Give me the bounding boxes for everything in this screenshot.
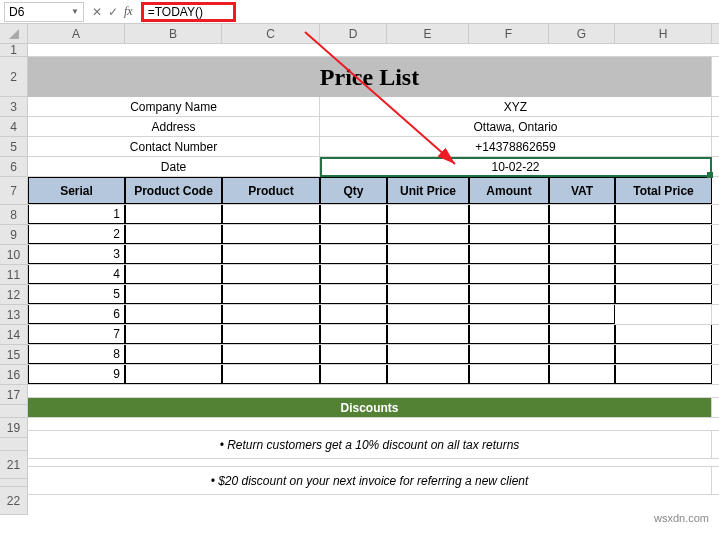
row-header[interactable]: 11 — [0, 265, 28, 285]
row-header[interactable] — [0, 438, 28, 451]
col-header-g[interactable]: G — [549, 24, 615, 43]
serial-cell[interactable]: 4 — [28, 265, 125, 284]
data-cell[interactable] — [125, 225, 222, 244]
row-header[interactable]: 14 — [0, 325, 28, 345]
data-cell[interactable] — [549, 365, 615, 384]
serial-cell[interactable]: 7 — [28, 325, 125, 344]
th-vat[interactable]: VAT — [549, 177, 615, 204]
cancel-icon[interactable]: ✕ — [92, 5, 102, 19]
th-product[interactable]: Product — [222, 177, 320, 204]
value-address[interactable]: Ottawa, Ontario — [320, 117, 712, 136]
data-cell[interactable] — [549, 225, 615, 244]
data-cell[interactable] — [469, 365, 549, 384]
discounts-header[interactable]: Discounts — [28, 398, 712, 417]
data-cell[interactable] — [222, 305, 320, 324]
value-date[interactable]: 10-02-22 — [320, 157, 712, 176]
value-contact[interactable]: +14378862659 — [320, 137, 712, 156]
row-header[interactable]: 4 — [0, 117, 28, 137]
data-cell[interactable] — [320, 305, 387, 324]
cells-area[interactable]: Price List Company Name XYZ Address Otta… — [28, 44, 719, 515]
data-cell[interactable] — [125, 365, 222, 384]
serial-cell[interactable]: 9 — [28, 365, 125, 384]
row-header[interactable]: 15 — [0, 345, 28, 365]
data-cell[interactable] — [320, 345, 387, 364]
data-cell[interactable] — [125, 325, 222, 344]
row-header[interactable]: 6 — [0, 157, 28, 177]
data-cell[interactable] — [469, 305, 549, 324]
name-box[interactable]: D6 ▼ — [4, 2, 84, 22]
data-cell[interactable] — [549, 285, 615, 304]
data-cell[interactable] — [320, 225, 387, 244]
data-cell[interactable] — [549, 325, 615, 344]
row-header[interactable]: 19 — [0, 418, 28, 438]
data-cell[interactable] — [615, 265, 712, 284]
row-header[interactable]: 9 — [0, 225, 28, 245]
data-cell[interactable] — [222, 285, 320, 304]
data-cell[interactable] — [222, 345, 320, 364]
row-header[interactable]: 1 — [0, 44, 28, 57]
title-cell[interactable]: Price List — [28, 57, 712, 97]
data-cell[interactable] — [387, 325, 469, 344]
data-cell[interactable] — [615, 345, 712, 364]
serial-cell[interactable]: 5 — [28, 285, 125, 304]
row-header[interactable]: 7 — [0, 177, 28, 205]
data-cell[interactable] — [222, 205, 320, 224]
data-cell[interactable] — [125, 245, 222, 264]
data-cell[interactable] — [469, 245, 549, 264]
col-header-b[interactable]: B — [125, 24, 222, 43]
label-date[interactable]: Date — [28, 157, 320, 176]
col-header-c[interactable]: C — [222, 24, 320, 43]
data-cell[interactable] — [320, 265, 387, 284]
data-cell[interactable] — [387, 205, 469, 224]
th-qty[interactable]: Qty — [320, 177, 387, 204]
data-cell[interactable] — [615, 325, 712, 344]
row-header[interactable]: 3 — [0, 97, 28, 117]
label-company[interactable]: Company Name — [28, 97, 320, 116]
data-cell[interactable] — [320, 245, 387, 264]
discount-line-2[interactable]: • $20 discount on your next invoice for … — [28, 467, 712, 494]
th-price[interactable]: Unit Price — [387, 177, 469, 204]
row-header[interactable] — [0, 405, 28, 418]
data-cell[interactable] — [222, 265, 320, 284]
data-cell[interactable] — [549, 205, 615, 224]
data-cell[interactable] — [387, 225, 469, 244]
chevron-down-icon[interactable]: ▼ — [71, 7, 79, 16]
formula-input[interactable]: =TODAY() — [141, 2, 236, 22]
discount-line-1[interactable]: • Return customers get a 10% discount on… — [28, 431, 712, 458]
data-cell[interactable] — [125, 305, 222, 324]
data-cell[interactable] — [125, 345, 222, 364]
data-cell[interactable] — [387, 245, 469, 264]
data-cell[interactable] — [469, 225, 549, 244]
row-header[interactable]: 16 — [0, 365, 28, 385]
data-cell[interactable] — [615, 305, 712, 324]
row-header[interactable]: 2 — [0, 57, 28, 97]
col-header-h[interactable]: H — [615, 24, 712, 43]
data-cell[interactable] — [222, 325, 320, 344]
select-all-corner[interactable] — [0, 24, 28, 43]
data-cell[interactable] — [549, 305, 615, 324]
data-cell[interactable] — [549, 345, 615, 364]
row-header[interactable]: 22 — [0, 487, 28, 515]
row-header[interactable]: 10 — [0, 245, 28, 265]
serial-cell[interactable]: 8 — [28, 345, 125, 364]
data-cell[interactable] — [615, 365, 712, 384]
th-total[interactable]: Total Price — [615, 177, 712, 204]
data-cell[interactable] — [469, 345, 549, 364]
data-cell[interactable] — [387, 305, 469, 324]
value-company[interactable]: XYZ — [320, 97, 712, 116]
th-code[interactable]: Product Code — [125, 177, 222, 204]
data-cell[interactable] — [222, 365, 320, 384]
col-header-e[interactable]: E — [387, 24, 469, 43]
serial-cell[interactable]: 2 — [28, 225, 125, 244]
row-header[interactable]: 12 — [0, 285, 28, 305]
serial-cell[interactable]: 6 — [28, 305, 125, 324]
data-cell[interactable] — [320, 325, 387, 344]
row-header[interactable] — [0, 479, 28, 487]
data-cell[interactable] — [615, 225, 712, 244]
data-cell[interactable] — [320, 365, 387, 384]
``=[interactable] — [125, 285, 222, 304]
data-cell[interactable] — [469, 265, 549, 284]
row-header[interactable]: 17 — [0, 385, 28, 405]
data-cell[interactable] — [469, 325, 549, 344]
data-cell[interactable] — [320, 205, 387, 224]
